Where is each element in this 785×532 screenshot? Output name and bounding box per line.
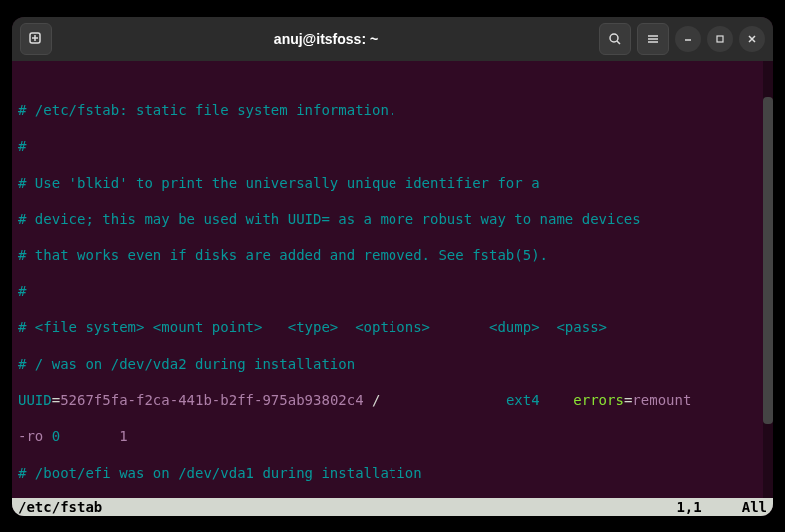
svg-rect-2 [717, 36, 723, 42]
terminal-window: anuj@itsfoss: ~ [12, 17, 773, 516]
minimize-icon [683, 34, 693, 44]
close-icon [747, 34, 757, 44]
search-icon [608, 32, 622, 46]
comment-line: # <file system> <mount point> <type> <op… [18, 319, 607, 335]
scrollbar[interactable] [763, 61, 773, 498]
scrollbar-thumb[interactable] [763, 97, 773, 425]
comment-line: # [18, 283, 26, 299]
new-tab-icon [29, 32, 43, 46]
menu-button[interactable] [637, 23, 669, 55]
comment-line: # Use 'blkid' to print the universally u… [18, 175, 540, 191]
comment-line: # [18, 138, 26, 154]
titlebar: anuj@itsfoss: ~ [12, 17, 773, 61]
maximize-icon [715, 34, 725, 44]
status-cursor-position: 1,1 [676, 499, 701, 515]
terminal-content[interactable]: # /etc/fstab: static file system informa… [12, 61, 773, 498]
svg-point-1 [610, 34, 618, 42]
hamburger-icon [646, 32, 660, 46]
comment-line: # that works even if disks are added and… [18, 247, 548, 263]
vim-statusbar: /etc/fstab 1,1 All [12, 498, 773, 516]
new-tab-button[interactable] [20, 23, 52, 55]
comment-line: # /boot/efi was on /dev/vda1 during inst… [18, 465, 422, 481]
search-button[interactable] [599, 23, 631, 55]
fstab-entry-root-wrap: -ro 0 1 [18, 427, 767, 445]
maximize-button[interactable] [707, 26, 733, 52]
comment-line: # / was on /dev/vda2 during installation [18, 356, 355, 372]
status-filename: /etc/fstab [18, 499, 676, 515]
comment-line: # /etc/fstab: static file system informa… [18, 102, 396, 118]
close-button[interactable] [739, 26, 765, 52]
fstab-entry-root: UUID=5267f5fa-f2ca-441b-b2ff-975ab93802c… [18, 391, 767, 409]
window-title: anuj@itsfoss: ~ [56, 31, 595, 47]
minimize-button[interactable] [675, 26, 701, 52]
comment-line: # device; this may be used with UUID= as… [18, 211, 641, 227]
status-scroll: All [742, 499, 767, 515]
